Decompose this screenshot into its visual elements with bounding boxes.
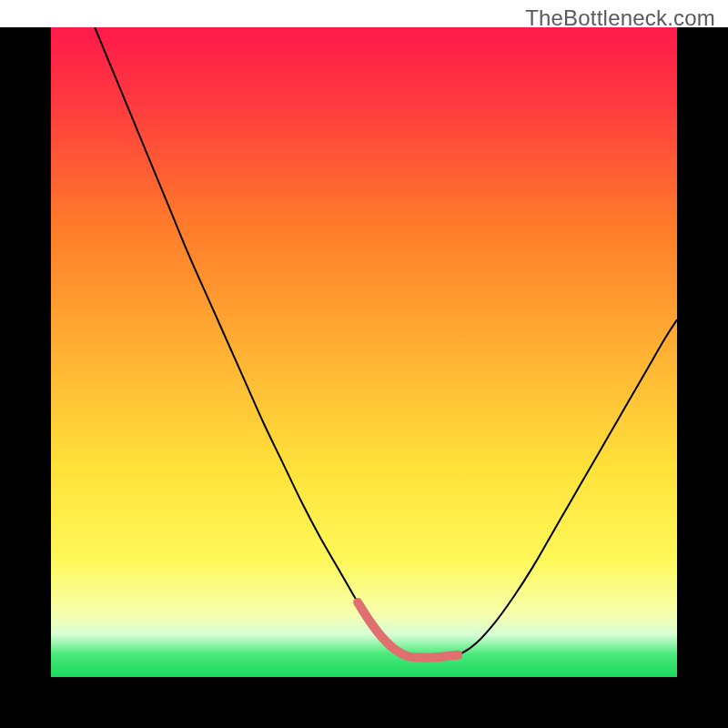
- frame-bar: [0, 677, 728, 728]
- frame-bar: [0, 27, 51, 728]
- gradient-background: [51, 27, 677, 677]
- plot-area: [51, 27, 677, 677]
- frame-bar: [677, 27, 728, 728]
- watermark-text: TheBottleneck.com: [525, 5, 715, 31]
- chart-svg: [0, 0, 728, 728]
- bottleneck-chart: TheBottleneck.com: [0, 0, 728, 728]
